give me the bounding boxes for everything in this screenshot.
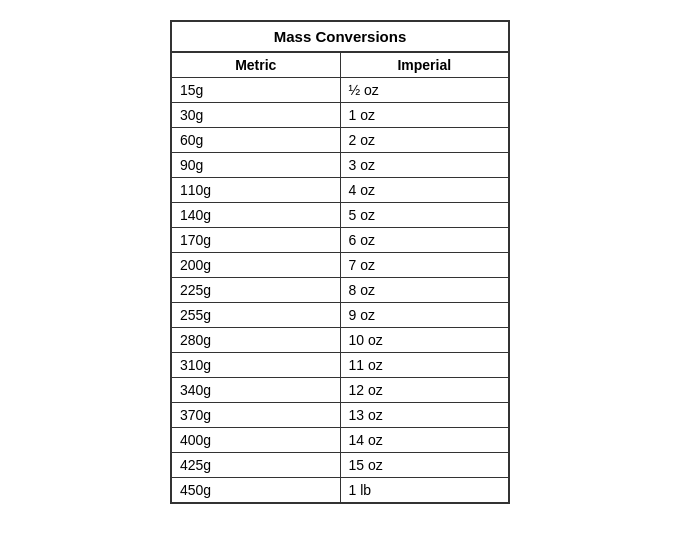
table-row: 110g4 oz <box>172 178 508 203</box>
table-row: 140g5 oz <box>172 203 508 228</box>
table-row: 90g3 oz <box>172 153 508 178</box>
table-row: 340g12 oz <box>172 378 508 403</box>
table-row: 200g7 oz <box>172 253 508 278</box>
imperial-cell: 2 oz <box>341 128 509 152</box>
imperial-cell: 12 oz <box>341 378 509 402</box>
table-row: 170g6 oz <box>172 228 508 253</box>
table-row: 280g10 oz <box>172 328 508 353</box>
table-row: 310g11 oz <box>172 353 508 378</box>
table-row: 450g1 lb <box>172 478 508 502</box>
imperial-cell: ½ oz <box>341 78 509 102</box>
imperial-cell: 10 oz <box>341 328 509 352</box>
table-row: 60g2 oz <box>172 128 508 153</box>
imperial-cell: 4 oz <box>341 178 509 202</box>
imperial-cell: 5 oz <box>341 203 509 227</box>
table-row: 370g13 oz <box>172 403 508 428</box>
imperial-cell: 13 oz <box>341 403 509 427</box>
imperial-cell: 9 oz <box>341 303 509 327</box>
metric-cell: 400g <box>172 428 341 452</box>
metric-cell: 15g <box>172 78 341 102</box>
table-row: 400g14 oz <box>172 428 508 453</box>
imperial-cell: 3 oz <box>341 153 509 177</box>
table-title: Mass Conversions <box>172 22 508 53</box>
imperial-cell: 7 oz <box>341 253 509 277</box>
metric-cell: 90g <box>172 153 341 177</box>
header-metric: Metric <box>172 53 341 77</box>
metric-cell: 170g <box>172 228 341 252</box>
header-imperial: Imperial <box>341 53 509 77</box>
metric-cell: 340g <box>172 378 341 402</box>
table-body: 15g½ oz30g1 oz60g2 oz90g3 oz110g4 oz140g… <box>172 78 508 502</box>
mass-conversions-table: Mass Conversions Metric Imperial 15g½ oz… <box>170 20 510 504</box>
imperial-cell: 14 oz <box>341 428 509 452</box>
imperial-cell: 1 lb <box>341 478 509 502</box>
metric-cell: 370g <box>172 403 341 427</box>
metric-cell: 225g <box>172 278 341 302</box>
metric-cell: 310g <box>172 353 341 377</box>
metric-cell: 60g <box>172 128 341 152</box>
imperial-cell: 1 oz <box>341 103 509 127</box>
metric-cell: 450g <box>172 478 341 502</box>
metric-cell: 425g <box>172 453 341 477</box>
table-row: 30g1 oz <box>172 103 508 128</box>
metric-cell: 255g <box>172 303 341 327</box>
metric-cell: 140g <box>172 203 341 227</box>
metric-cell: 280g <box>172 328 341 352</box>
imperial-cell: 15 oz <box>341 453 509 477</box>
imperial-cell: 11 oz <box>341 353 509 377</box>
metric-cell: 110g <box>172 178 341 202</box>
table-row: 425g15 oz <box>172 453 508 478</box>
imperial-cell: 6 oz <box>341 228 509 252</box>
metric-cell: 30g <box>172 103 341 127</box>
table-row: 255g9 oz <box>172 303 508 328</box>
table-header-row: Metric Imperial <box>172 53 508 78</box>
imperial-cell: 8 oz <box>341 278 509 302</box>
table-row: 15g½ oz <box>172 78 508 103</box>
metric-cell: 200g <box>172 253 341 277</box>
table-row: 225g8 oz <box>172 278 508 303</box>
